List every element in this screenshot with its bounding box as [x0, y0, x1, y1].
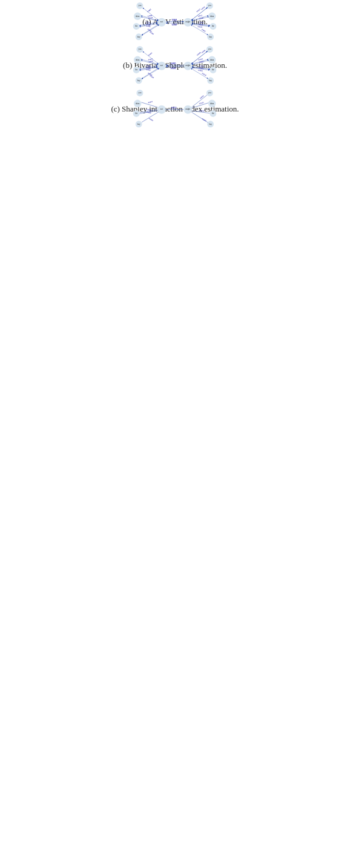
- c-label-r-buy: -0.0292: [201, 118, 206, 122]
- b-right-ideas-label: ideas: [210, 59, 214, 61]
- b-label-might-you-1: -0.0028: [196, 52, 202, 56]
- diagram-c: you ideas the buy not you ideas the buy …: [0, 87, 350, 131]
- c-label-ideas: -0.0073: [148, 101, 153, 104]
- diagram-a: you ideas the buy not you ideas the buy …: [0, 0, 350, 44]
- label-might-buy-1: 0.0411: [201, 28, 206, 33]
- c-right-ideas-label: ideas: [210, 102, 214, 105]
- right-you-label: you: [208, 4, 211, 7]
- c-left-buy-label: buy: [137, 123, 140, 125]
- label-might-ideas-1: 0.0112: [198, 15, 203, 18]
- b-label-might-buy-1: -0.0234: [201, 72, 206, 76]
- b-not-label: not: [160, 64, 163, 67]
- c-right-the-label: the: [212, 112, 215, 115]
- left-the-label: the: [135, 25, 138, 27]
- left-you-label: you: [138, 4, 141, 7]
- c-left-you-label: you: [138, 92, 141, 94]
- b-center-label-bottom: -0.0203: [170, 67, 176, 70]
- c-label-buy: -0.0359: [148, 118, 154, 122]
- c-left-the-label: the: [135, 112, 138, 115]
- b-left-you-label: you: [138, 48, 141, 50]
- b-right-the-label: the: [212, 68, 215, 71]
- label-might-ideas-2: -0.0287: [199, 17, 204, 20]
- c-label-the: -0.0282: [146, 109, 151, 112]
- label-might-you-2: 0.0545: [201, 6, 206, 10]
- diagram-b: you ideas the buy not you ideas the buy …: [0, 44, 350, 87]
- b-label-might-you-2: -0.0292: [201, 49, 206, 54]
- panel-a: you ideas the buy not you ideas the buy …: [0, 0, 350, 44]
- c-might-label: might: [186, 108, 191, 110]
- b-label-might-the-3: -0.0061: [197, 70, 203, 72]
- label-not-buy-2: 0.0392: [150, 32, 154, 36]
- panel-b: you ideas the buy not you ideas the buy …: [0, 44, 350, 87]
- b-right-you-label: you: [208, 48, 211, 50]
- left-buy-label: buy: [137, 36, 140, 38]
- label-might-the-3: 0.0256: [197, 26, 202, 28]
- b-left-the-label: the: [135, 68, 138, 71]
- label-not-you: 0.0883: [147, 8, 152, 13]
- c-right-buy-label: buy: [209, 123, 212, 125]
- b-left-ideas-label: ideas: [136, 59, 140, 61]
- b-might-label: might: [186, 64, 191, 67]
- might-label: might: [186, 21, 191, 23]
- panel-c: you ideas the buy not you ideas the buy …: [0, 87, 350, 131]
- c-not-label: not: [160, 108, 163, 110]
- b-label-might-ideas-1: -0.0052: [198, 58, 203, 61]
- b-label-might-ideas-2: -0.0023: [199, 61, 204, 64]
- b-left-buy-label: buy: [137, 79, 140, 82]
- b-label-not-you: -0.0415: [148, 52, 153, 57]
- label-might-you-1: 0.0107: [196, 8, 201, 13]
- b-center-label-top: -0.0095: [170, 62, 176, 65]
- center-label-top: 0.0444: [172, 19, 177, 21]
- right-buy-label: buy: [209, 36, 212, 38]
- c-right-you-label: you: [208, 92, 211, 94]
- not-label: not: [160, 21, 163, 23]
- right-the-label: the: [212, 25, 215, 27]
- c-left-ideas-label: ideas: [136, 102, 140, 105]
- b-right-buy-label: buy: [209, 79, 212, 82]
- center-label-bottom: 0.0149: [172, 24, 177, 26]
- c-center-label: -0.0152: [171, 107, 177, 109]
- left-ideas-label: ideas: [136, 15, 140, 18]
- c-edge-r-you: [192, 95, 207, 107]
- right-ideas-label: ideas: [210, 15, 214, 18]
